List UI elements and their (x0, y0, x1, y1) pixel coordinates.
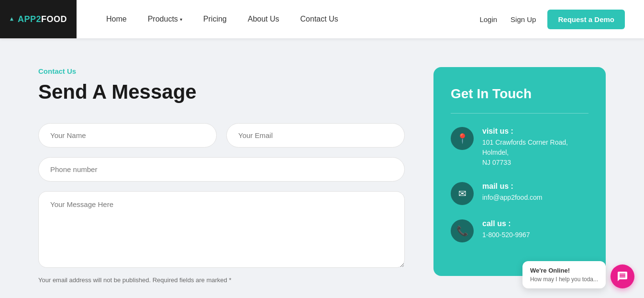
call-item: 📞 call us : 1-800-520-9967 (451, 219, 588, 242)
mail-item: ✉ mail us : info@app2food.com (451, 182, 588, 205)
nav-home[interactable]: Home (96, 0, 137, 38)
message-input[interactable] (38, 191, 405, 268)
nav-pricing[interactable]: Pricing (193, 0, 237, 38)
login-button[interactable]: Login (477, 11, 499, 27)
nav-actions: Login Sign Up Request a Demo (477, 10, 625, 29)
mail-info: mail us : info@app2food.com (482, 182, 543, 203)
nav-products[interactable]: Products ▾ (137, 0, 193, 38)
nav-about[interactable]: About Us (237, 0, 290, 38)
visit-label: visit us : (482, 127, 568, 136)
brand-name: APP2FOOD (18, 14, 67, 24)
navbar: 🍴 APP2FOOD Home Products ▾ Pricing About… (0, 0, 644, 38)
chat-bubble-text: How may I help you toda... (530, 276, 598, 283)
logo-area: 🍴 APP2FOOD (0, 0, 77, 38)
contact-card: Get In Touch 📍 visit us : 101 Crawfords … (433, 67, 606, 276)
main-content: Contact Us Send A Message Your email add… (0, 38, 644, 298)
name-email-row (38, 123, 405, 148)
call-info: call us : 1-800-520-9967 (482, 219, 530, 240)
logo-icon: 🍴 (10, 9, 14, 30)
chevron-down-icon: ▾ (180, 17, 182, 22)
chat-widget: We're Online! How may I help you toda... (522, 261, 634, 288)
form-note: Your email address will not be published… (38, 276, 405, 284)
card-title: Get In Touch (451, 86, 588, 102)
name-input[interactable] (38, 123, 217, 148)
email-input[interactable] (226, 123, 405, 148)
mail-label: mail us : (482, 182, 543, 191)
chat-bubble: We're Online! How may I help you toda... (522, 261, 606, 288)
contact-label: Contact Us (38, 67, 405, 75)
nav-contact[interactable]: Contact Us (290, 0, 349, 38)
call-value: 1-800-520-9967 (482, 230, 530, 240)
visit-info: visit us : 101 Crawfords Corner Road,Hol… (482, 127, 568, 168)
call-label: call us : (482, 219, 530, 228)
nav-links: Home Products ▾ Pricing About Us Contact… (96, 0, 477, 38)
card-divider (451, 113, 588, 114)
mail-value: info@app2food.com (482, 193, 543, 203)
visit-item: 📍 visit us : 101 Crawfords Corner Road,H… (451, 127, 588, 168)
chat-button[interactable] (611, 264, 634, 288)
mail-icon: ✉ (451, 182, 474, 205)
chat-bubble-title: We're Online! (530, 267, 598, 274)
location-icon: 📍 (451, 127, 474, 150)
phone-input[interactable] (38, 157, 405, 182)
phone-row (38, 157, 405, 182)
request-demo-button[interactable]: Request a Demo (547, 10, 625, 29)
page-title: Send A Message (38, 80, 405, 104)
visit-value: 101 Crawfords Corner Road,Holmdel,NJ 077… (482, 138, 568, 168)
phone-icon: 📞 (451, 219, 474, 242)
form-section: Contact Us Send A Message Your email add… (38, 67, 405, 284)
signup-button[interactable]: Sign Up (509, 11, 538, 27)
chat-icon (617, 271, 628, 282)
